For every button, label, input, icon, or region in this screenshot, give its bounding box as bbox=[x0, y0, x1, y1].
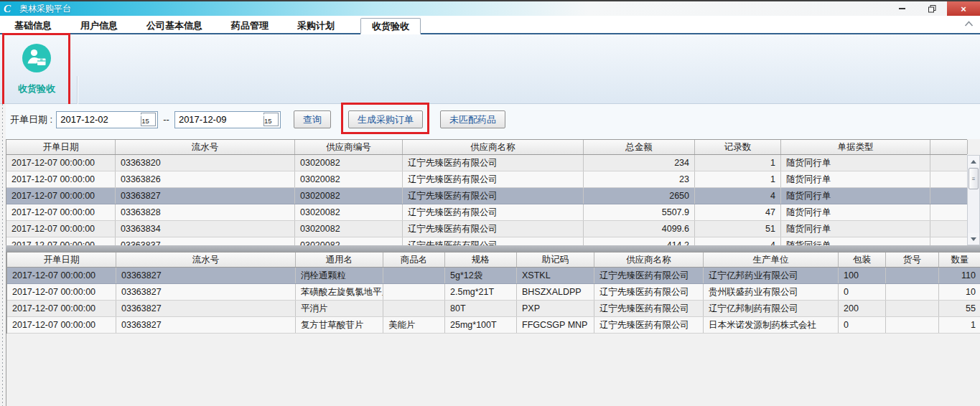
date-from-input[interactable] bbox=[57, 114, 141, 125]
minimize-icon bbox=[899, 8, 905, 9]
table-cell: 1 bbox=[939, 317, 980, 333]
scrollbar-track[interactable] bbox=[968, 190, 979, 233]
orders-scrollbar[interactable]: ≡ bbox=[967, 155, 980, 245]
column-header[interactable]: 助记码 bbox=[517, 252, 594, 267]
column-header[interactable]: 数量 bbox=[939, 252, 980, 267]
minimize-button[interactable] bbox=[887, 1, 917, 16]
table-cell-filler bbox=[930, 155, 968, 171]
tab-purchase-plan[interactable]: 采购计划 bbox=[294, 19, 337, 33]
column-header[interactable]: 流水号 bbox=[116, 252, 296, 267]
table-cell bbox=[886, 284, 939, 300]
table-cell bbox=[383, 268, 445, 283]
table-cell: 80T bbox=[445, 301, 517, 316]
restore-button[interactable] bbox=[917, 1, 947, 16]
table-row[interactable]: 2017-12-07 00:00:000336383403020082辽宁先臻医… bbox=[6, 221, 967, 237]
column-header[interactable]: 供应商名称 bbox=[594, 252, 704, 267]
table-row[interactable]: 2017-12-07 00:00:0003363827复方甘草酸苷片美能片25m… bbox=[7, 317, 980, 334]
table-row[interactable]: 2017-12-07 00:00:000336383703020082辽宁先臻医… bbox=[6, 237, 967, 245]
column-header[interactable]: 包装 bbox=[839, 252, 886, 267]
tab-user-info[interactable]: 用户信息 bbox=[78, 19, 121, 33]
table-cell: 辽宁先臻医药有限公司 bbox=[403, 221, 584, 237]
table-cell: 03020082 bbox=[295, 155, 403, 171]
receive-inspect-button[interactable]: 收货验收 bbox=[6, 43, 67, 99]
arrow-up-icon bbox=[971, 160, 976, 164]
table-row[interactable]: 2017-12-07 00:00:0003363827平消片80TPXP辽宁先臻… bbox=[7, 301, 980, 317]
receive-inspect-label: 收货验收 bbox=[18, 82, 55, 95]
column-header[interactable]: 生产单位 bbox=[704, 252, 839, 267]
tab-receiving-inspection[interactable]: 收货验收 bbox=[360, 18, 421, 34]
table-row[interactable]: 2017-12-07 00:00:0003363827消栓通颗粒5g*12袋XS… bbox=[7, 268, 980, 284]
tab-basic-info[interactable]: 基础信息 bbox=[11, 19, 55, 33]
table-cell: 美能片 bbox=[383, 317, 445, 333]
collapse-ribbon-icon[interactable] bbox=[964, 16, 974, 29]
column-header[interactable]: 开单日期 bbox=[7, 252, 116, 267]
calendar-icon[interactable]: 15 bbox=[141, 113, 156, 126]
calendar-icon-day: 15 bbox=[264, 117, 272, 125]
unmatched-drugs-button[interactable]: 未匹配药品 bbox=[440, 110, 505, 128]
table-cell: 4 bbox=[695, 188, 781, 204]
calendar-icon-day: 15 bbox=[141, 117, 149, 125]
scrollbar-up-button[interactable] bbox=[968, 156, 979, 167]
column-header[interactable]: 记录数 bbox=[695, 140, 781, 154]
table-cell: 平消片 bbox=[296, 301, 383, 316]
table-row[interactable]: 2017-12-07 00:00:000336382703020082辽宁先臻医… bbox=[6, 188, 967, 204]
table-cell: 03363834 bbox=[116, 221, 295, 237]
scrollbar-thumb[interactable]: ≡ bbox=[969, 168, 979, 189]
window-title: 奥林采购平台 bbox=[19, 3, 71, 15]
column-header[interactable]: 流水号 bbox=[116, 140, 295, 154]
column-header[interactable]: 通用名 bbox=[296, 252, 383, 267]
column-header[interactable]: 单据类型 bbox=[781, 140, 930, 154]
table-row[interactable]: 2017-12-07 00:00:000336382603020082辽宁先臻医… bbox=[6, 171, 967, 188]
column-header[interactable]: 货号 bbox=[886, 252, 939, 267]
table-cell: 2017-12-07 00:00:00 bbox=[6, 155, 116, 171]
table-cell: 1 bbox=[695, 155, 781, 171]
tab-company-info[interactable]: 公司基本信息 bbox=[144, 19, 205, 33]
table-row[interactable]: 2017-12-07 00:00:000336382003020082辽宁先臻医… bbox=[6, 155, 967, 171]
table-cell: XSTKL bbox=[517, 268, 594, 283]
calendar-icon[interactable]: 15 bbox=[263, 113, 279, 126]
table-cell: 辽宁先臻医药有限公司 bbox=[403, 171, 584, 187]
table-cell: 随货同行单 bbox=[781, 171, 930, 187]
table-cell: 2017-12-07 00:00:00 bbox=[7, 284, 116, 300]
titlebar: C 奥林采购平台 × bbox=[0, 0, 980, 16]
table-cell: 辽宁先臻医药有限公司 bbox=[594, 284, 704, 300]
table-cell: 2017-12-07 00:00:00 bbox=[6, 221, 116, 237]
table-cell: 消栓通颗粒 bbox=[296, 268, 383, 283]
restore-icon bbox=[928, 5, 936, 13]
table-cell: 0 bbox=[839, 317, 886, 333]
table-cell: 辽宁先臻医药有限公司 bbox=[403, 237, 584, 245]
generate-order-button[interactable]: 生成采购订单 bbox=[348, 110, 423, 128]
table-cell: 47 bbox=[695, 204, 781, 220]
table-cell: 03363820 bbox=[116, 155, 295, 171]
table-cell: 414.2 bbox=[584, 237, 695, 245]
table-cell bbox=[886, 317, 939, 333]
table-cell: 0 bbox=[839, 284, 886, 300]
query-button[interactable]: 查询 bbox=[294, 110, 331, 128]
table-splitter[interactable] bbox=[0, 245, 980, 252]
column-header[interactable]: 规格 bbox=[445, 252, 517, 267]
column-header[interactable]: 开单日期 bbox=[6, 140, 116, 154]
date-to-input[interactable] bbox=[175, 114, 263, 125]
table-header-row: 开单日期流水号通用名商品名规格助记码供应商名称生产单位包装货号数量 bbox=[7, 252, 980, 268]
table-cell: 复方甘草酸苷片 bbox=[296, 317, 383, 333]
scrollbar-down-button[interactable] bbox=[968, 233, 979, 245]
table-cell: 03020082 bbox=[295, 221, 403, 237]
table-cell: 03363826 bbox=[116, 171, 295, 187]
table-cell: 辽宁先臻医药有限公司 bbox=[403, 204, 584, 220]
table-cell: 辽宁先臻医药有限公司 bbox=[594, 317, 704, 333]
table-cell: 55 bbox=[939, 301, 980, 316]
table-cell: 5g*12袋 bbox=[445, 268, 517, 283]
column-header[interactable]: 总金额 bbox=[584, 140, 695, 154]
tab-drug-management[interactable]: 药品管理 bbox=[228, 19, 271, 33]
column-header[interactable]: 供应商编号 bbox=[295, 140, 403, 154]
close-button[interactable]: × bbox=[947, 1, 980, 16]
table-cell: 随货同行单 bbox=[781, 155, 930, 171]
table-row[interactable]: 2017-12-07 00:00:0003363827苯磺酸左旋氨氯地平片2.5… bbox=[7, 284, 980, 301]
table-cell: 234 bbox=[584, 155, 695, 171]
date-range-separator: -- bbox=[163, 114, 169, 125]
table-cell: 随货同行单 bbox=[781, 204, 930, 220]
column-header[interactable]: 商品名 bbox=[383, 252, 445, 267]
column-header[interactable]: 供应商名称 bbox=[403, 140, 584, 154]
table-cell bbox=[383, 301, 445, 316]
table-row[interactable]: 2017-12-07 00:00:000336382803020082辽宁先臻医… bbox=[6, 204, 967, 221]
